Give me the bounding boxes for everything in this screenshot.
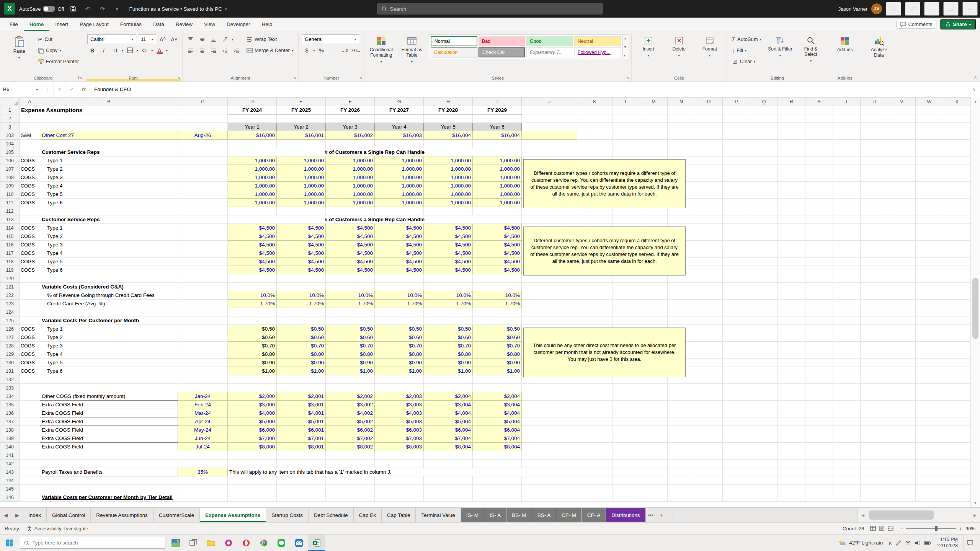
cell-E112[interactable] — [277, 207, 326, 215]
clipboard-dialog-launcher[interactable] — [78, 75, 82, 80]
cell-C103[interactable]: Aug-26 — [178, 131, 228, 140]
cell-Q132[interactable] — [750, 375, 778, 384]
cell-R145[interactable] — [778, 485, 805, 493]
cell-V120[interactable] — [888, 274, 916, 283]
cell-G107[interactable]: 1,000.00 — [375, 165, 424, 173]
cell-H139[interactable]: $7,004 — [424, 434, 473, 443]
cell-R144[interactable] — [778, 476, 805, 485]
cell-W110[interactable] — [916, 190, 943, 199]
cell-A110[interactable]: COGS — [20, 190, 40, 199]
row-header-118[interactable]: 118 — [0, 258, 20, 266]
cell-C116[interactable] — [178, 241, 228, 249]
cell-E146[interactable] — [277, 493, 326, 502]
cell-N125[interactable] — [668, 316, 695, 325]
cell-C145[interactable] — [178, 485, 228, 493]
cell-B141[interactable] — [40, 451, 178, 460]
cell-D142[interactable] — [228, 460, 277, 468]
cell-T146[interactable] — [833, 493, 861, 502]
cell-R3[interactable] — [778, 123, 805, 131]
cell-T110[interactable] — [833, 190, 861, 199]
cell-O131[interactable] — [695, 367, 723, 375]
cell-O118[interactable] — [695, 258, 723, 266]
cell-N2[interactable] — [668, 114, 695, 123]
cell-X133[interactable] — [943, 384, 971, 392]
cell-C106[interactable] — [178, 156, 228, 165]
cell-A104[interactable] — [20, 140, 40, 148]
cell-D114[interactable]: $4,500 — [228, 224, 277, 232]
cell-H142[interactable] — [424, 460, 473, 468]
column-header-F[interactable]: F — [326, 98, 375, 106]
cell-S107[interactable] — [805, 165, 833, 173]
cell-J1[interactable] — [522, 106, 577, 114]
cell-H124[interactable] — [424, 308, 473, 316]
cell-P126[interactable] — [723, 325, 750, 333]
zoom-slider-thumb[interactable] — [935, 526, 938, 531]
cell-S143[interactable] — [805, 468, 833, 476]
cell-S138[interactable] — [805, 426, 833, 434]
cell-O121[interactable] — [695, 283, 723, 291]
cell-J146[interactable] — [522, 493, 577, 502]
cell-E131[interactable]: $1.00 — [277, 367, 326, 375]
cell-H112[interactable] — [424, 207, 473, 215]
cell-N3[interactable] — [668, 123, 695, 131]
cell-A133[interactable] — [20, 384, 40, 392]
borders-caret-icon[interactable]: ▾ — [137, 49, 139, 52]
cell-C110[interactable] — [178, 190, 228, 199]
cell-G115[interactable]: $4,500 — [375, 232, 424, 241]
increase-font-size-button[interactable]: A^ — [158, 34, 168, 44]
cell-V130[interactable] — [888, 359, 916, 367]
cell-G140[interactable]: $8,003 — [375, 443, 424, 451]
cell-G111[interactable]: 1,000.00 — [375, 199, 424, 207]
cell-U142[interactable] — [861, 460, 888, 468]
sheet-tab-bs-m[interactable]: BS- M — [506, 508, 532, 522]
cell-U146[interactable] — [861, 493, 888, 502]
cell-R128[interactable] — [778, 342, 805, 350]
comment-box[interactable]: Different customer types / cohorts may r… — [523, 159, 686, 208]
cell-W129[interactable] — [916, 350, 943, 359]
cell-E132[interactable] — [277, 375, 326, 384]
cell-E138[interactable]: $6,001 — [277, 426, 326, 434]
cell-T135[interactable] — [833, 401, 861, 409]
cell-B113[interactable]: Customer Service Reps — [40, 215, 178, 224]
cell-L144[interactable] — [612, 476, 640, 485]
cell-style-followed[interactable]: Followed Hyp... — [574, 47, 621, 57]
cell-G114[interactable]: $4,500 — [375, 224, 424, 232]
cell-I123[interactable]: 1.70% — [473, 300, 522, 308]
cell-W125[interactable] — [916, 316, 943, 325]
cell-I145[interactable] — [473, 485, 522, 493]
cell-J105[interactable] — [522, 148, 577, 156]
cell-P134[interactable] — [723, 392, 750, 401]
cell-J121[interactable] — [522, 283, 577, 291]
cell-P112[interactable] — [723, 207, 750, 215]
cell-A134[interactable] — [20, 392, 40, 401]
cell-C119[interactable] — [178, 266, 228, 274]
cell-E108[interactable]: 1,000.00 — [277, 173, 326, 182]
cell-P1[interactable] — [723, 106, 750, 114]
cell-X122[interactable] — [943, 291, 971, 300]
cell-U120[interactable] — [861, 274, 888, 283]
enter-entry-icon[interactable]: ✓ — [66, 82, 78, 97]
cut-button[interactable]: ✂ Cut — [36, 34, 81, 44]
cell-X107[interactable] — [943, 165, 971, 173]
cell-F139[interactable]: $7,002 — [326, 434, 375, 443]
cell-P143[interactable] — [723, 468, 750, 476]
cell-C105[interactable] — [178, 148, 228, 156]
cell-X132[interactable] — [943, 375, 971, 384]
ribbon-tab-page-layout[interactable]: Page Layout — [74, 18, 114, 31]
cell-Q3[interactable] — [750, 123, 778, 131]
cell-A111[interactable]: COGS — [20, 199, 40, 207]
cell-V133[interactable] — [888, 384, 916, 392]
cell-O109[interactable] — [695, 182, 723, 190]
cell-R113[interactable] — [778, 215, 805, 224]
cell-H127[interactable]: $0.60 — [424, 333, 473, 342]
cell-H117[interactable]: $4,500 — [424, 249, 473, 258]
cell-A106[interactable]: COGS — [20, 156, 40, 165]
cell-U136[interactable] — [861, 409, 888, 417]
cell-C138[interactable]: May-24 — [178, 426, 228, 434]
cell-L142[interactable] — [612, 460, 640, 468]
cell-T127[interactable] — [833, 333, 861, 342]
cell-D117[interactable]: $4,500 — [228, 249, 277, 258]
cell-U112[interactable] — [861, 207, 888, 215]
cell-X113[interactable] — [943, 215, 971, 224]
cell-U115[interactable] — [861, 232, 888, 241]
